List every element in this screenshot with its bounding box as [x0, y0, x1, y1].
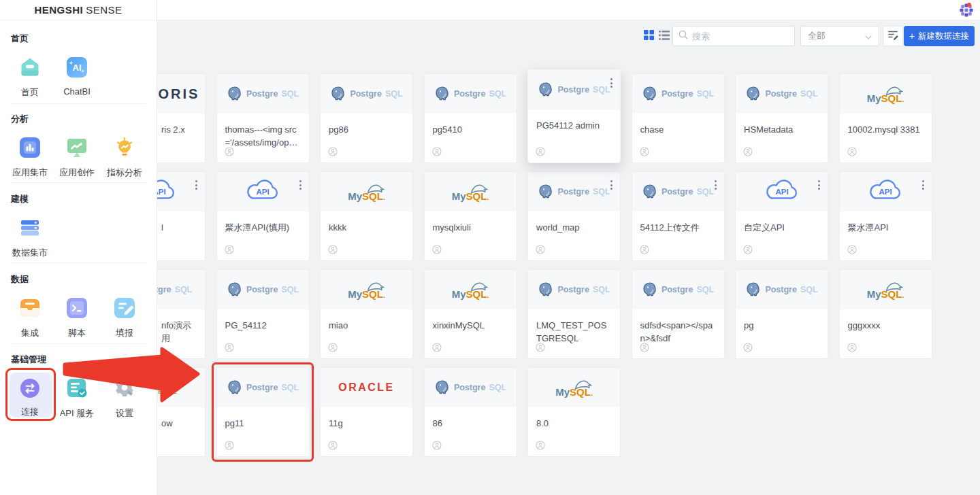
- owner-icon: [743, 147, 753, 156]
- sidebar-item-label: 连接: [10, 406, 50, 418]
- connection-card[interactable]: PostgreSQLchase: [632, 73, 725, 163]
- connection-name: 自定义API: [744, 222, 819, 235]
- api-service-icon: [65, 377, 88, 400]
- sidebar-item-settings[interactable]: 设置: [104, 377, 145, 420]
- sidebar-item-connection[interactable]: 连接: [10, 378, 50, 418]
- postgresql-logo: PostgreSQL: [642, 281, 714, 298]
- form-fill-icon: [113, 296, 136, 320]
- card-logo-area: PostgreSQL: [736, 270, 828, 309]
- connection-card[interactable]: PostgreSQLpg11: [216, 367, 310, 457]
- brand-title-rest: SENSE: [86, 4, 122, 16]
- connection-card[interactable]: PostgreSQL86: [424, 367, 517, 457]
- connection-card[interactable]: ORACLE11g: [320, 367, 413, 457]
- mysql-logo: MySQL.: [348, 281, 385, 299]
- card-logo-area: PostgreSQL: [217, 368, 309, 407]
- connection-card[interactable]: PostgreSQLsdfsd<span></span>&fsdf: [632, 269, 725, 359]
- owner-icon: [328, 245, 338, 254]
- postgresql-logo: PostgreSQL: [434, 379, 506, 396]
- sidebar-item-chatbi-ai[interactable]: AIChatBI: [56, 56, 97, 97]
- connection-card[interactable]: MySQL.10002.mysql 3381: [839, 73, 932, 163]
- app-market-icon: [18, 136, 42, 159]
- card-logo-area: PostgreSQL: [528, 172, 620, 211]
- sidebar-item-integration[interactable]: 集成: [10, 296, 50, 339]
- sidebar-item-app-market[interactable]: 应用集市: [10, 136, 50, 179]
- owner-icon: [225, 441, 234, 450]
- connection-card[interactable]: PostgreSQLHSMetadata: [735, 73, 828, 163]
- connection-name: thomas---<img src='/assets/img/openai.sv…: [225, 124, 301, 150]
- sidebar-item-label: 填报: [104, 327, 145, 339]
- brand-title-bold: HENGSHI: [34, 4, 83, 16]
- connection-card[interactable]: MySQL.xinxinMySQL: [424, 269, 517, 359]
- card-logo-area: MySQL.: [840, 74, 932, 114]
- owner-icon: [432, 147, 442, 156]
- sidebar-item-home[interactable]: 首页: [10, 56, 50, 99]
- settings-icon: [113, 377, 136, 400]
- sidebar-item-label: 数据集市: [10, 247, 50, 259]
- kebab-menu-icon[interactable]: [817, 179, 821, 191]
- card-logo-area: PostgreSQL: [632, 172, 724, 211]
- kebab-menu-icon[interactable]: [609, 179, 614, 191]
- postgresql-logo: PostgreSQL: [330, 86, 402, 102]
- sidebar-item-script[interactable]: 脚本: [56, 296, 97, 339]
- kebab-menu-icon[interactable]: [921, 179, 926, 191]
- connection-name: ris 2.x: [161, 124, 197, 137]
- kebab-menu-icon[interactable]: [298, 179, 303, 191]
- sidebar-item-label: 脚本: [56, 327, 97, 339]
- connection-card[interactable]: MySQL.8.0: [527, 367, 621, 457]
- postgresql-logo: PostgreSQL: [227, 86, 299, 102]
- connection-card[interactable]: PostgreSQLPG54112 admin: [527, 69, 621, 163]
- connection-card[interactable]: MySQL.kkkk: [320, 171, 413, 261]
- connection-card[interactable]: PostgreSQLpg: [735, 269, 828, 359]
- kebab-menu-icon[interactable]: [609, 77, 614, 89]
- brand-logo: HENGSHI SENSE: [0, 0, 157, 20]
- api-logo: API: [244, 178, 282, 205]
- sidebar-item-api-service[interactable]: API 服务: [56, 377, 97, 420]
- connection-card[interactable]: PostgreSQLPG_54112: [216, 269, 310, 359]
- connection-card[interactable]: PostgreSQLpg5410: [424, 73, 517, 163]
- owner-icon: [640, 245, 649, 254]
- sidebar: HENGSHI SENSE 首页首页AIChatBI分析应用集市应用创作指标分析…: [0, 0, 157, 495]
- connection-card[interactable]: PostgreSQLthomas---<img src='/assets/img…: [216, 73, 310, 163]
- section-label: 首页: [11, 33, 29, 45]
- owner-icon: [328, 441, 338, 450]
- mysql-logo: MySQL.: [452, 183, 489, 201]
- connection-card[interactable]: PostgreSQL54112上传文件: [632, 171, 725, 261]
- sidebar-item-metric-analysis[interactable]: 指标分析: [104, 136, 145, 179]
- kebab-menu-icon[interactable]: [194, 179, 199, 191]
- owner-icon: [225, 245, 234, 254]
- connection-card[interactable]: PostgreSQLworld_map: [527, 171, 621, 261]
- oracle-logo: ORACLE: [338, 381, 395, 394]
- sidebar-item-data-mart[interactable]: 数据集市: [10, 216, 50, 259]
- connection-name: 86: [433, 417, 508, 430]
- connection-card[interactable]: MySQL.miao: [320, 269, 413, 359]
- card-logo-area: PostgreSQL: [736, 74, 828, 114]
- api-logo: API: [866, 178, 904, 205]
- owner-icon: [640, 343, 649, 352]
- connection-card[interactable]: API聚水潭API: [839, 171, 932, 261]
- connection-card[interactable]: API聚水潭API(慎用): [216, 171, 310, 261]
- connection-name: HSMetadata: [744, 124, 819, 137]
- chatbi-ai-icon: AI: [65, 56, 88, 79]
- kebab-menu-icon[interactable]: [713, 179, 718, 191]
- connection-card[interactable]: PostgreSQLLMQ_TEST_POSTGRESQL: [527, 269, 621, 359]
- api-logo: API: [763, 178, 801, 205]
- section-label: 建模: [11, 193, 29, 205]
- connection-card[interactable]: API自定义API: [735, 171, 828, 261]
- pinwheel-extension-icon[interactable]: [958, 2, 975, 18]
- section-divider: [11, 103, 146, 104]
- card-logo-area: ORACLE: [321, 368, 412, 407]
- connection-card[interactable]: MySQL.gggxxxx: [839, 269, 932, 359]
- connection-name: pg: [744, 320, 819, 332]
- card-logo-area: MySQL.: [321, 270, 412, 309]
- connection-card[interactable]: PostgreSQLpg86: [320, 73, 413, 163]
- connection-name: 聚水潭API(慎用): [225, 222, 301, 235]
- card-logo-area: MySQL.: [321, 172, 412, 211]
- card-logo-area: PostgreSQL: [217, 270, 309, 309]
- owner-icon: [640, 147, 649, 156]
- sidebar-item-app-create[interactable]: 应用创作: [56, 136, 97, 179]
- sidebar-item-label: 首页: [10, 86, 50, 99]
- sidebar-item-label: API 服务: [56, 407, 97, 420]
- connection-card[interactable]: MySQL.mysqlxiuli: [424, 171, 517, 261]
- svg-text:API: API: [256, 188, 269, 196]
- sidebar-item-form-fill[interactable]: 填报: [104, 296, 145, 339]
